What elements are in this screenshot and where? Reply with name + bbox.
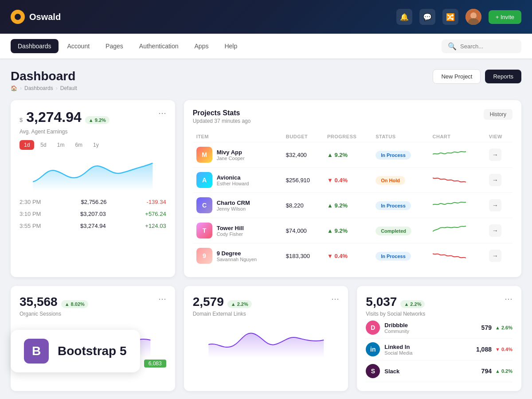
nav-pages[interactable]: Pages: [98, 39, 130, 53]
breadcrumb-dashboards[interactable]: Dashboards: [24, 85, 53, 91]
project-view-button[interactable]: →: [489, 174, 501, 186]
table-row: T Tower Hill Cody Fisher $74,000 ▲ 9.2% …: [193, 218, 512, 243]
earnings-header: $ 3,274.94 ▲ 9.2% Avg. Agent Earnings ⋯: [20, 109, 166, 135]
time-filter-1d[interactable]: 1d: [20, 140, 34, 150]
links-label: Domain External Links: [193, 311, 252, 317]
notifications-icon[interactable]: 🔔: [396, 9, 412, 25]
time-filter-6m[interactable]: 6m: [70, 140, 87, 150]
search-input[interactable]: [460, 43, 515, 50]
col-progress: PROGRESS: [324, 131, 372, 142]
project-view: →: [485, 168, 512, 193]
project-chart: [429, 243, 485, 269]
social-network-name: Slack: [384, 368, 399, 375]
social-more-button[interactable]: ⋯: [505, 295, 512, 303]
projects-header: Projects Stats Updated 37 minutes ago Hi…: [193, 109, 512, 124]
project-view: →: [485, 193, 512, 218]
project-view-button[interactable]: →: [489, 149, 501, 161]
sessions-label: Organic Sessions: [20, 311, 88, 317]
project-view-button[interactable]: →: [489, 199, 501, 211]
amount-3: $3,274.94: [80, 223, 106, 229]
project-view-button[interactable]: →: [489, 224, 501, 237]
earnings-row: 3:55 PM $3,274.94 +124.03: [20, 220, 166, 232]
sessions-more-button[interactable]: ⋯: [158, 295, 166, 303]
projects-card: Projects Stats Updated 37 minutes ago Hi…: [184, 100, 521, 277]
project-progress: ▼ 0.4%: [324, 243, 372, 269]
share-icon[interactable]: 🔀: [442, 9, 458, 25]
svg-point-1: [470, 12, 477, 19]
svg-text:9: 9: [203, 252, 206, 259]
currency-symbol: $: [20, 114, 23, 127]
project-progress: ▲ 9.2%: [324, 193, 372, 218]
sessions-count: 35,568: [20, 295, 58, 309]
social-network-icon: in: [366, 342, 380, 356]
page-title: Dashboard: [11, 69, 77, 83]
new-project-button[interactable]: New Project: [433, 69, 481, 84]
project-budget: $32,400: [282, 142, 324, 168]
social-network-stats: 794 ▲ 0.2%: [481, 368, 512, 375]
project-item-cell: 9 9 Degree Savannah Nguyen: [193, 243, 282, 269]
project-budget: $183,300: [282, 243, 324, 269]
project-owner: Esther Howard: [217, 181, 249, 186]
chat-icon[interactable]: 💬: [419, 9, 435, 25]
project-view: →: [485, 142, 512, 168]
links-count: 2,579: [193, 295, 224, 309]
links-count-row: 2,579 ▲ 2.2%: [193, 295, 252, 309]
status-badge: In Process: [376, 252, 411, 261]
links-more-button[interactable]: ⋯: [331, 295, 339, 303]
earnings-top: $ 3,274.94 ▲ 9.2%: [20, 109, 110, 127]
social-numbers: 5,037 ▲ 2.2% Visits by Social Networks: [366, 295, 425, 317]
project-item-cell: C Charto CRM Jenny Wilson: [193, 193, 282, 218]
history-button[interactable]: History: [484, 109, 512, 120]
svg-text:A: A: [202, 176, 207, 184]
nav-account[interactable]: Account: [60, 39, 97, 53]
social-network-stats: 579 ▲ 2.6%: [481, 324, 512, 331]
col-item: ITEM: [193, 131, 282, 142]
earnings-row: 2:30 PM $2,756.26 -139.34: [20, 196, 166, 208]
project-status: In Process: [372, 142, 429, 168]
social-network-name: Linked In: [384, 344, 412, 350]
reports-button[interactable]: Reports: [485, 70, 521, 83]
col-budget: BUDGET: [282, 131, 324, 142]
earnings-rows: 2:30 PM $2,756.26 -139.34 3:10 PM $3,207…: [20, 196, 166, 232]
amount-1: $2,756.26: [81, 199, 107, 205]
project-view-button[interactable]: →: [489, 250, 501, 262]
social-network-row: S Slack 794 ▲ 0.2%: [366, 360, 512, 382]
time-filters: 1d 5d 1m 6m 1y: [20, 140, 166, 150]
earnings-amount: 3,274.94: [26, 109, 82, 125]
project-item-cell: M Mivy App Jane Cooper: [193, 142, 282, 168]
earnings-more-button[interactable]: ⋯: [158, 109, 166, 117]
projects-subtitle: Updated 37 minutes ago: [193, 118, 251, 124]
project-owner: Savannah Nguyen: [217, 257, 257, 262]
main-content: Dashboard 🏠 › Dashboards › Default New P…: [0, 59, 532, 399]
social-label: Visits by Social Networks: [366, 311, 425, 317]
time-filter-1y[interactable]: 1y: [89, 140, 103, 150]
nav-help[interactable]: Help: [217, 39, 244, 53]
social-network-stats: 1,088 ▼ 0.4%: [476, 346, 512, 353]
earnings-row: 3:10 PM $3,207.03 +576.24: [20, 208, 166, 220]
links-card: 2,579 ▲ 2.2% Domain External Links ⋯: [184, 286, 348, 391]
project-view: →: [485, 243, 512, 269]
earnings-chart: [20, 155, 166, 191]
time-filter-5d[interactable]: 5d: [36, 140, 51, 150]
project-owner: Jane Cooper: [217, 156, 245, 161]
sessions-numbers: 35,568 ▲ 8.02% Organic Sessions: [20, 295, 88, 317]
breadcrumb: 🏠 › Dashboards › Default: [11, 85, 77, 91]
nav-apps[interactable]: Apps: [188, 39, 216, 53]
project-status: Completed: [372, 218, 429, 243]
project-name: Avionica: [217, 174, 249, 181]
nav-authentication[interactable]: Authentication: [132, 39, 186, 53]
social-network-change: ▼ 0.4%: [495, 347, 512, 352]
project-owner: Cody Fisher: [217, 231, 244, 237]
earnings-label: Avg. Agent Earnings: [20, 129, 110, 135]
invite-button[interactable]: + Invite: [489, 10, 521, 24]
nav-dashboards[interactable]: Dashboards: [11, 39, 59, 53]
avatar[interactable]: [466, 9, 481, 25]
logo-icon: [11, 10, 25, 24]
social-network-info: D Dribbble Community: [366, 321, 409, 335]
page-title-area: Dashboard 🏠 › Dashboards › Default: [11, 69, 77, 91]
project-chart: [429, 218, 485, 243]
links-numbers: 2,579 ▲ 2.2% Domain External Links: [193, 295, 252, 317]
country-value: 6,083: [144, 360, 166, 368]
project-status: On Hold: [372, 168, 429, 193]
time-filter-1m[interactable]: 1m: [53, 140, 69, 150]
